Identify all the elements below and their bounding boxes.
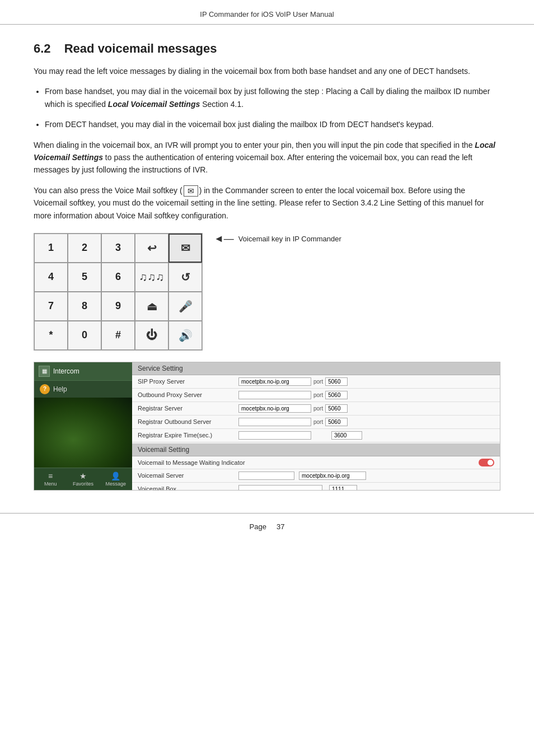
outbound-proxy-server-row: Outbound Proxy Server port xyxy=(132,389,500,402)
outbound-proxy-port-label: port xyxy=(313,392,323,398)
registrar-server-label: Registrar Server xyxy=(138,405,238,412)
voicemail-softkey-icon: ✉ xyxy=(184,185,198,197)
sip-proxy-label: SIP Proxy Server xyxy=(138,378,238,385)
keypad-9: 9 xyxy=(101,292,135,321)
keypad-5: 5 xyxy=(68,263,101,292)
phone-bottom-bar: ≡ Menu ★ Favorites 👤 Message xyxy=(34,468,132,490)
registrar-server-port-label: port xyxy=(313,405,323,412)
keypad-handsfree: ↺ xyxy=(168,263,202,292)
voicemail-mwi-row: Voicemail to Message Waiting Indicator xyxy=(132,456,500,469)
bottom-menu[interactable]: ≡ Menu xyxy=(34,470,67,488)
bottom-message-label: Message xyxy=(106,481,127,487)
voicemail-mwi-toggle[interactable] xyxy=(479,459,494,466)
menu-icon: ≡ xyxy=(48,472,53,480)
phone-main-panel: Service Setting SIP Proxy Server port Ou… xyxy=(132,362,500,490)
keypad-mute: 🎤 xyxy=(168,292,202,321)
phone-sidebar: ▦ Intercom ? Help ≡ Menu ★ Favorites xyxy=(34,362,132,490)
registrar-outbound-port-label: port xyxy=(313,419,323,425)
registrar-expire-row: Registrar Expire Time(sec.) xyxy=(132,429,500,442)
voicemail-box-input[interactable] xyxy=(238,485,322,491)
sip-proxy-port-label: port xyxy=(313,379,323,385)
outbound-proxy-label: Outbound Proxy Server xyxy=(138,391,238,398)
header-title: IP Commander for iOS VoIP User Manual xyxy=(200,10,334,18)
bullet-list: From base handset, you may dial in the v… xyxy=(45,85,500,130)
bottom-favorites-label: Favorites xyxy=(73,481,93,487)
sip-proxy-server-row: SIP Proxy Server port xyxy=(132,375,500,389)
leaf-image xyxy=(34,398,132,468)
keypad: 1 2 3 ↩ ✉ 4 5 6 ♫♫♫ ↺ 7 8 9 ⏏ 🎤 * 0 # ⏻ … xyxy=(34,233,203,351)
outbound-proxy-port-input[interactable] xyxy=(325,391,348,399)
message-icon: 👤 xyxy=(111,472,120,480)
keypad-3: 3 xyxy=(101,234,135,263)
intercom-icon: ▦ xyxy=(39,366,50,377)
keypad-nav: ⏏ xyxy=(135,292,168,321)
outbound-proxy-input[interactable] xyxy=(238,391,311,399)
registrar-outbound-port-input[interactable] xyxy=(325,418,348,426)
keypad-7: 7 xyxy=(34,292,68,321)
phone-sidebar-header: ▦ Intercom xyxy=(34,362,132,381)
bullet-item-1: From base handset, you may dial in the v… xyxy=(45,85,500,110)
keypad-voicemail: ✉ xyxy=(168,234,202,263)
favorites-icon: ★ xyxy=(79,472,87,480)
bottom-menu-label: Menu xyxy=(44,481,57,487)
section-title: 6.2 Read voicemail messages xyxy=(34,41,500,56)
phone-ui-screenshot: ▦ Intercom ? Help ≡ Menu ★ Favorites xyxy=(34,362,500,491)
registrar-expire-value[interactable] xyxy=(331,431,362,440)
registrar-expire-label: Registrar Expire Time(sec.) xyxy=(138,432,238,438)
keypad-area: 1 2 3 ↩ ✉ 4 5 6 ♫♫♫ ↺ 7 8 9 ⏏ 🎤 * 0 # ⏻ … xyxy=(34,233,500,351)
keypad-6: 6 xyxy=(101,263,135,292)
keypad-0: 0 xyxy=(68,321,101,350)
footer-page-label: Page xyxy=(250,522,266,531)
sip-proxy-input[interactable] xyxy=(238,377,311,386)
keypad-2: 2 xyxy=(68,234,101,263)
keypad-4: 4 xyxy=(34,263,68,292)
help-icon: ? xyxy=(40,384,50,394)
section-heading: Read voicemail messages xyxy=(64,41,217,55)
registrar-server-row: Registrar Server port xyxy=(132,402,500,416)
intro-paragraph: You may read the left voice messages by … xyxy=(34,65,500,77)
sidebar-background xyxy=(34,398,132,468)
voicemail-server-value[interactable] xyxy=(299,472,366,480)
keypad-ringtone: ♫♫♫ xyxy=(135,263,168,292)
keypad-1: 1 xyxy=(34,234,68,263)
voicemail-server-row: Voicemail Server xyxy=(132,469,500,483)
body-paragraph-2: When dialing in the voicemail box, an IV… xyxy=(34,139,500,176)
sip-proxy-port-input[interactable] xyxy=(325,377,348,386)
sidebar-help-label: Help xyxy=(53,385,67,393)
page-content: 6.2 Read voicemail messages You may read… xyxy=(0,25,534,502)
section-number: 6.2 xyxy=(34,41,51,55)
service-setting-header: Service Setting xyxy=(132,362,500,375)
keypad-power: ⏻ xyxy=(135,321,168,350)
voicemail-box-label: Voicemail Box xyxy=(138,486,238,491)
voicemail-server-input[interactable] xyxy=(238,472,294,480)
registrar-expire-input[interactable] xyxy=(238,431,311,440)
body-paragraph-3: You can also press the Voice Mail softke… xyxy=(34,184,500,222)
keypad-speaker: 🔊 xyxy=(168,321,202,350)
voicemail-server-label: Voicemail Server xyxy=(138,472,238,479)
voicemail-mwi-label: Voicemail to Message Waiting Indicator xyxy=(138,459,261,466)
voicemail-key-label: ◄— Voicemail key in IP Commander xyxy=(214,233,341,245)
arrow-icon: ◄— xyxy=(214,233,234,245)
keypad-8: 8 xyxy=(68,292,101,321)
registrar-server-port-input[interactable] xyxy=(325,404,348,413)
voicemail-box-value[interactable] xyxy=(329,485,357,491)
voicemail-setting-header: Voicemail Setting xyxy=(132,444,500,456)
voicemail-box-row: Voicemail Box xyxy=(132,483,500,491)
bullet-item-2: From DECT handset, you may dial in the v… xyxy=(45,118,500,130)
bottom-message[interactable]: 👤 Message xyxy=(100,470,132,488)
page-footer: Page 37 xyxy=(0,513,534,540)
footer-page-number: 37 xyxy=(277,522,284,531)
registrar-outbound-server-row: Registrar Outbound Server port xyxy=(132,416,500,429)
sidebar-item-help[interactable]: ? Help xyxy=(34,381,132,398)
registrar-outbound-input[interactable] xyxy=(238,418,311,426)
sidebar-intercom-label: Intercom xyxy=(53,367,79,375)
keypad-hash: # xyxy=(101,321,135,350)
page-header: IP Commander for iOS VoIP User Manual xyxy=(0,0,534,25)
registrar-server-input[interactable] xyxy=(238,404,311,413)
keypad-star: * xyxy=(34,321,68,350)
bottom-favorites[interactable]: ★ Favorites xyxy=(67,470,99,488)
keypad-redial: ↩ xyxy=(135,234,168,263)
registrar-outbound-label: Registrar Outbound Server xyxy=(138,418,238,425)
